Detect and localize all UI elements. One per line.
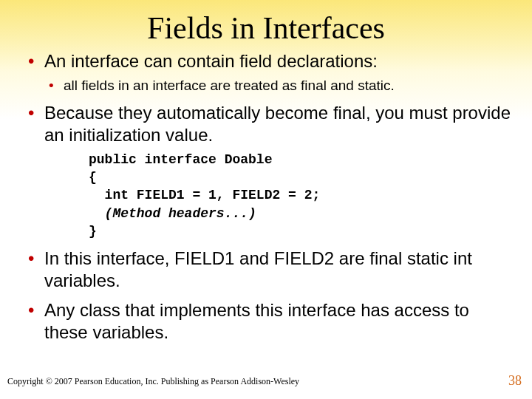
bullet-1-1: all fields in an interface are treated a… — [44, 77, 513, 95]
bullet-2: Because they automatically become final,… — [22, 102, 513, 240]
code-block: public interface Doable { int FIELD1 = 1… — [89, 151, 513, 240]
slide-title: Fields in Interfaces — [0, 0, 532, 47]
bullet-4-text: Any class that implements this interface… — [44, 300, 469, 342]
slide: Fields in Interfaces An interface can co… — [0, 0, 532, 399]
bullet-3-text: In this interface, FIELD1 and FIELD2 are… — [44, 248, 472, 290]
bullet-4: Any class that implements this interface… — [22, 299, 513, 344]
bullet-2-text: Because they automatically become final,… — [44, 103, 511, 145]
bullet-3: In this interface, FIELD1 and FIELD2 are… — [22, 248, 513, 292]
bullet-list: An interface can contain field declarati… — [22, 50, 513, 344]
bullet-1: An interface can contain field declarati… — [22, 50, 513, 95]
page-number: 38 — [508, 373, 522, 389]
code-line-3: int FIELD1 = 1, FIELD2 = 2; — [89, 188, 320, 202]
slide-content: An interface can contain field declarati… — [0, 50, 532, 344]
code-line-4: (Method headers...) — [89, 206, 256, 221]
bullet-1-text: An interface can contain field declarati… — [44, 51, 378, 71]
code-line-2: { — [89, 170, 97, 185]
code-line-1: public interface Doable — [89, 152, 272, 167]
code-line-5: } — [89, 224, 97, 239]
copyright-footer: Copyright © 2007 Pearson Education, Inc.… — [7, 376, 299, 387]
bullet-1-1-text: all fields in an interface are treated a… — [64, 78, 395, 93]
bullet-1-sublist: all fields in an interface are treated a… — [44, 77, 513, 95]
